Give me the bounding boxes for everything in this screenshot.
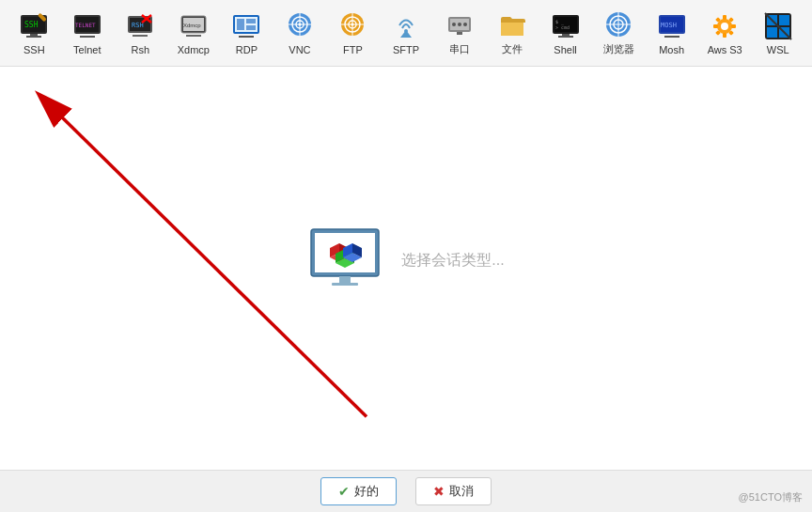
toolbar-item-xdmcp[interactable]: Xdmcp Xdmcp <box>169 8 219 59</box>
toolbar-item-rdp[interactable]: RDP <box>222 8 272 59</box>
toolbar-label-sftp: SFTP <box>393 44 419 55</box>
toolbar-item-awss3[interactable]: Aws S3 <box>700 8 750 59</box>
toolbar-item-ssh[interactable]: SSH SSH <box>9 8 59 59</box>
svg-point-42 <box>458 23 461 26</box>
xdmcp-icon: Xdmcp <box>179 11 209 41</box>
svg-rect-9 <box>80 36 95 38</box>
svg-rect-51 <box>558 36 573 38</box>
svg-rect-67 <box>731 24 736 28</box>
rdp-icon <box>231 11 261 41</box>
svg-rect-46 <box>501 23 523 36</box>
cancel-button[interactable]: ✖ 取消 <box>415 477 492 505</box>
toolbar-label-rsh: Rsh <box>132 44 150 55</box>
svg-text:> cmd: > cmd <box>555 24 570 30</box>
svg-text:TELNET: TELNET <box>75 22 96 28</box>
ok-label: 好的 <box>354 483 379 500</box>
toolbar-label-xdmcp: Xdmcp <box>178 44 210 55</box>
toolbar-item-files[interactable]: 文件 <box>488 6 538 60</box>
toolbar-label-ssh: SSH <box>23 44 45 55</box>
toolbar-label-mosh: Mosh <box>659 44 684 55</box>
toolbar-label-wsl: WSL <box>767 44 789 55</box>
prompt-text: 选择会话类型... <box>401 251 504 271</box>
toolbar-label-browser: 浏览器 <box>603 42 634 56</box>
svg-rect-44 <box>457 32 462 35</box>
ssh-icon: SSH <box>19 11 49 41</box>
browser-icon <box>603 9 633 39</box>
shell-icon: $ _ > cmd <box>551 11 581 41</box>
files-icon <box>497 9 527 39</box>
svg-rect-25 <box>239 36 254 38</box>
cancel-x-icon: ✖ <box>433 484 445 499</box>
svg-text:Xdmcp: Xdmcp <box>183 23 201 28</box>
svg-rect-64 <box>723 15 726 20</box>
toolbar-label-vnc: VNC <box>289 44 310 55</box>
toolbar-label-ftp: FTP <box>343 44 363 55</box>
monitor-graphic <box>307 224 383 299</box>
svg-rect-91 <box>339 276 351 284</box>
toolbar-item-shell[interactable]: $ _ > cmd Shell <box>540 8 590 59</box>
toolbar-item-serial[interactable]: 串口 <box>434 6 484 60</box>
svg-point-38 <box>404 29 408 33</box>
watermark: @51CTO博客 <box>739 490 803 504</box>
svg-rect-65 <box>723 33 726 38</box>
ftp-icon <box>337 11 367 41</box>
svg-rect-23 <box>246 19 256 23</box>
telnet-icon: TELNET <box>72 11 102 41</box>
ok-button[interactable]: ✔ 好的 <box>320 477 397 505</box>
toolbar-item-rsh[interactable]: RSH Rsh <box>116 8 165 59</box>
svg-text:RSH: RSH <box>132 22 144 29</box>
svg-rect-13 <box>133 35 148 37</box>
svg-rect-19 <box>186 35 201 37</box>
toolbar-label-serial: 串口 <box>449 42 470 56</box>
toolbar-label-telnet: Telnet <box>73 44 101 55</box>
toolbar-item-vnc[interactable]: VNC <box>275 8 325 59</box>
mosh-icon: MOSH <box>657 11 687 41</box>
wsl-icon <box>763 11 793 41</box>
svg-rect-4 <box>30 34 38 36</box>
main-content: 选择会话类型... <box>0 67 812 483</box>
toolbar-item-browser[interactable]: 浏览器 <box>594 6 644 60</box>
svg-rect-22 <box>237 19 244 30</box>
svg-rect-61 <box>664 36 679 38</box>
toolbar-item-mosh[interactable]: MOSH Mosh <box>647 8 696 59</box>
svg-text:MOSH: MOSH <box>661 22 677 29</box>
toolbar-item-ftp[interactable]: FTP <box>328 8 378 59</box>
toolbar: SSH SSH TELNET Telnet RSH <box>0 0 812 67</box>
cancel-label: 取消 <box>449 483 474 500</box>
svg-text:SSH: SSH <box>24 21 39 29</box>
rsh-icon: RSH <box>125 11 155 41</box>
svg-point-63 <box>721 23 728 30</box>
svg-rect-75 <box>767 27 777 38</box>
center-content: 选择会话类型... <box>307 224 504 299</box>
svg-point-43 <box>463 23 467 26</box>
svg-rect-3 <box>26 36 41 38</box>
vnc-icon <box>285 11 315 41</box>
toolbar-label-rdp: RDP <box>236 44 258 55</box>
bottom-bar: ✔ 好的 ✖ 取消 <box>0 470 812 512</box>
toolbar-item-telnet[interactable]: TELNET Telnet <box>63 8 113 59</box>
svg-rect-66 <box>713 24 718 28</box>
ok-check-icon: ✔ <box>338 484 350 499</box>
svg-rect-74 <box>779 15 789 25</box>
toolbar-label-awss3: Aws S3 <box>708 44 742 55</box>
svg-rect-52 <box>562 34 570 36</box>
toolbar-label-files: 文件 <box>502 42 523 56</box>
toolbar-label-shell: Shell <box>554 44 576 55</box>
serial-icon <box>445 9 475 39</box>
svg-rect-92 <box>332 283 358 286</box>
awss3-icon <box>710 11 740 41</box>
toolbar-item-wsl[interactable]: WSL <box>753 8 803 59</box>
sftp-icon <box>391 11 421 41</box>
svg-rect-24 <box>246 25 256 30</box>
toolbar-item-sftp[interactable]: SFTP <box>382 8 431 59</box>
svg-point-41 <box>452 23 456 26</box>
